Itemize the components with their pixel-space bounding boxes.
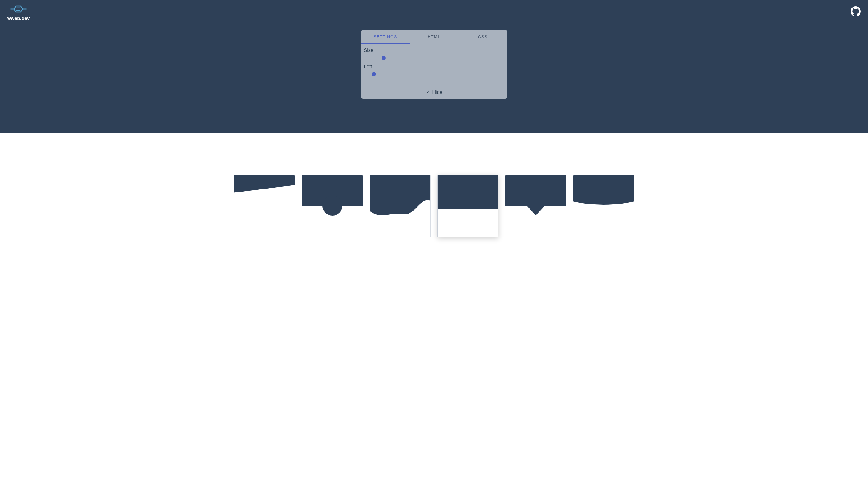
card-wave-separator[interactable]: [370, 175, 431, 237]
card-zigzag-separator[interactable]: [437, 175, 498, 237]
zigzag-separator-preview: [0, 123, 868, 133]
left-control: Left: [364, 64, 504, 77]
settings-panel: SETTINGS HTML CSS Size Left: [361, 30, 507, 98]
left-label: Left: [364, 64, 504, 69]
card-triangle-separator[interactable]: [505, 175, 566, 237]
size-slider[interactable]: [364, 55, 504, 61]
left-slider[interactable]: [364, 71, 504, 77]
hide-button[interactable]: Hide: [361, 86, 507, 98]
panel-tabs: SETTINGS HTML CSS: [361, 30, 507, 44]
chevron-up-icon: [426, 90, 431, 95]
github-link[interactable]: [850, 6, 861, 18]
separator-card-list: [0, 133, 868, 244]
tab-settings[interactable]: SETTINGS: [361, 30, 410, 44]
tab-html[interactable]: HTML: [410, 30, 458, 44]
controls-container: Size Left: [361, 44, 507, 86]
tab-css[interactable]: CSS: [458, 30, 507, 44]
hide-label: Hide: [433, 90, 442, 95]
card-semicircle-separator[interactable]: [302, 175, 363, 237]
site-logo-icon: [10, 4, 27, 15]
card-skewed-separator[interactable]: [234, 175, 295, 237]
size-control: Size: [364, 48, 504, 61]
site-logo[interactable]: wweb.dev: [7, 4, 30, 21]
size-label: Size: [364, 48, 504, 53]
github-icon: [850, 6, 861, 17]
top-bar: wweb.dev: [0, 0, 868, 24]
card-curve-separator[interactable]: [573, 175, 634, 237]
site-name: wweb.dev: [7, 16, 30, 21]
